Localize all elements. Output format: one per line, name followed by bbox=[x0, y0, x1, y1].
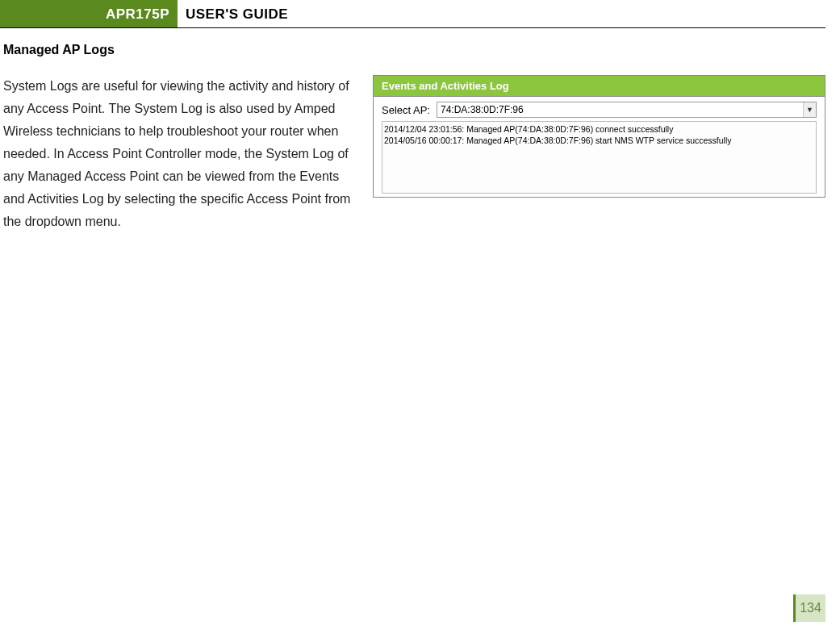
page-number-box: 134 bbox=[793, 594, 825, 622]
guide-title: USER'S GUIDE bbox=[178, 0, 288, 27]
select-ap-wrap[interactable]: 74:DA:38:0D:7F:96 ▼ bbox=[437, 102, 817, 118]
section-title: Managed AP Logs bbox=[3, 43, 825, 57]
page-number: 134 bbox=[800, 601, 821, 615]
log-line: 2014/12/04 23:01:56: Managed AP(74:DA:38… bbox=[384, 123, 814, 135]
events-log-panel-title: Events and Activities Log bbox=[374, 76, 825, 97]
events-log-figure: Events and Activities Log Select AP: 74:… bbox=[373, 75, 825, 198]
body-wrap: Events and Activities Log Select AP: 74:… bbox=[3, 75, 825, 233]
log-textarea[interactable]: 2014/12/04 23:01:56: Managed AP(74:DA:38… bbox=[382, 121, 817, 194]
product-badge: APR175P bbox=[0, 0, 178, 27]
page-header: APR175P USER'S GUIDE bbox=[0, 0, 825, 28]
select-ap-dropdown[interactable]: 74:DA:38:0D:7F:96 bbox=[437, 102, 817, 118]
events-log-panel-body: Select AP: 74:DA:38:0D:7F:96 ▼ 2014/12/0… bbox=[374, 97, 825, 197]
page-content: Managed AP Logs Events and Activities Lo… bbox=[0, 28, 840, 233]
select-ap-row: Select AP: 74:DA:38:0D:7F:96 ▼ bbox=[382, 102, 817, 118]
select-ap-label: Select AP: bbox=[382, 104, 430, 116]
log-line: 2014/05/16 00:00:17: Managed AP(74:DA:38… bbox=[384, 135, 814, 146]
